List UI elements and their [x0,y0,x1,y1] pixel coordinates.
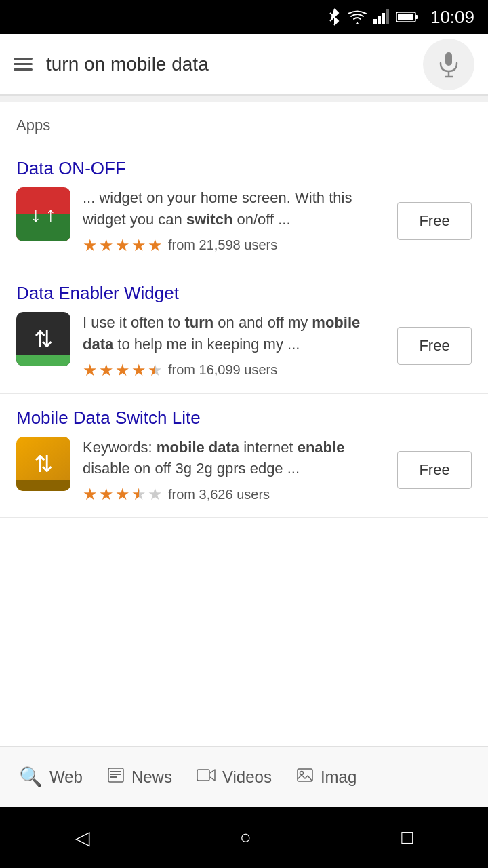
stars-data-onoff: ★ ★ ★ ★ ★ [83,236,163,255]
search-nav-icon: 🔍 [19,766,43,788]
free-button-data-enabler[interactable]: Free [397,327,472,365]
app-title-data-enabler[interactable]: Data Enabler Widget [16,283,472,304]
svg-rect-2 [373,19,377,24]
svg-rect-16 [197,770,209,781]
svg-rect-4 [382,13,385,24]
app-card-data-onoff: Data ON-OFF ↓ ↑ ... widget on your home … [0,144,488,269]
apps-section-header: Apps [0,102,488,144]
images-nav-icon [296,766,314,788]
section-title: Apps [16,117,50,134]
status-time: 10:09 [430,7,474,28]
app-icon-data-onoff: ↓ ↑ [16,187,70,241]
rating-text-mobile-data-switch: from 3,626 users [168,487,270,502]
svg-rect-7 [415,15,418,19]
nav-item-news[interactable]: News [95,766,184,788]
app-description-mobile-data-switch: Keywords: mobile data internet enable di… [83,437,385,480]
svg-rect-14 [110,774,121,775]
battery-icon [396,11,418,23]
mic-icon [438,51,460,78]
hamburger-menu[interactable] [14,58,33,71]
app-details-mobile-data-switch: Keywords: mobile data internet enable di… [83,437,385,505]
status-icons: 10:09 [327,7,474,28]
app-card-mobile-data-switch: Mobile Data Switch Lite ⇅ Keywords: mobi… [0,394,488,519]
app-card-data-enabler: Data Enabler Widget ⇅ I use it often to … [0,269,488,394]
stars-data-enabler: ★ ★ ★ ★ ★ [83,361,163,380]
search-divider [0,95,488,96]
nav-label-news: News [131,768,172,787]
search-query[interactable]: turn on mobile data [46,54,409,75]
wifi-icon [348,9,367,24]
status-bar: 10:09 [0,0,488,34]
svg-rect-5 [386,9,389,24]
app-icon-data-enabler: ⇅ [16,312,70,366]
search-bar: turn on mobile data [0,34,488,95]
app-rating-data-enabler: ★ ★ ★ ★ ★ from 16,099 users [83,361,385,380]
svg-rect-8 [398,14,413,20]
app-details-data-enabler: I use it often to turn on and off my mob… [83,312,385,380]
nav-label-web: Web [49,768,83,787]
free-button-mobile-data-switch[interactable]: Free [397,451,472,489]
nav-item-web[interactable]: 🔍 Web [7,766,95,788]
bottom-nav: 🔍 Web News Videos [0,746,488,807]
bluetooth-icon [327,8,341,26]
svg-rect-3 [378,16,381,24]
app-title-mobile-data-switch[interactable]: Mobile Data Switch Lite [16,408,472,429]
recents-button[interactable]: □ [401,827,413,848]
signal-icon [373,9,390,24]
back-button[interactable]: ◁ [75,827,90,849]
nav-item-videos[interactable]: Videos [184,766,284,788]
svg-rect-13 [110,771,121,772]
news-nav-icon [107,766,125,788]
app-rating-mobile-data-switch: ★ ★ ★ ★ ★ from 3,626 users [83,485,385,504]
home-button[interactable]: ○ [240,827,251,848]
app-description-data-enabler: I use it often to turn on and off my mob… [83,312,385,355]
app-rating-data-onoff: ★ ★ ★ ★ ★ from 21,598 users [83,236,385,255]
nav-label-videos: Videos [222,768,272,787]
mic-button[interactable] [423,39,474,90]
svg-rect-15 [110,776,117,778]
free-button-data-onoff[interactable]: Free [397,202,472,240]
rating-text-data-onoff: from 21,598 users [168,237,277,253]
system-nav: ◁ ○ □ [0,807,488,868]
app-description-data-onoff: ... widget on your home screen. With thi… [83,187,385,231]
nav-item-images[interactable]: Imag [284,766,369,788]
app-title-data-onoff[interactable]: Data ON-OFF [16,158,472,179]
app-details-data-onoff: ... widget on your home screen. With thi… [83,187,385,255]
rating-text-data-enabler: from 16,099 users [168,362,277,378]
svg-rect-9 [445,52,452,66]
svg-point-18 [300,771,303,774]
videos-nav-icon [197,766,216,788]
search-results: Apps Data ON-OFF ↓ ↑ ... widget on your … [0,102,488,746]
stars-mobile-data-switch: ★ ★ ★ ★ ★ [83,485,163,504]
nav-label-images: Imag [321,768,357,787]
app-icon-mobile-data-switch: ⇅ [16,437,70,491]
